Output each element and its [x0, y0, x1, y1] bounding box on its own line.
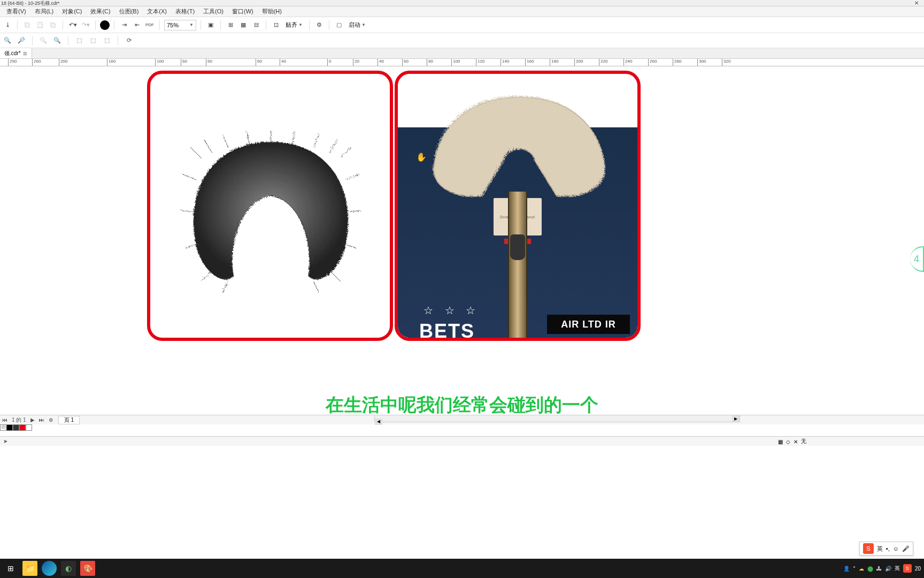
horizontal-ruler[interactable]: 290260 200160 10060 6060 400 2040 6080 1…	[0, 59, 924, 66]
file-explorer-icon[interactable]: 📁	[22, 561, 37, 576]
separator	[201, 20, 201, 30]
doc-palette-icon[interactable]: ▦	[778, 439, 783, 445]
menu-bitmap[interactable]: 位图(B)	[115, 7, 143, 16]
separator	[159, 20, 160, 30]
page-last-icon[interactable]: ⏭	[37, 417, 47, 423]
scroll-left-icon[interactable]: ◀	[375, 419, 382, 425]
color-none-icon[interactable]: ⊘	[0, 424, 6, 431]
zoom-width-icon[interactable]: ⬚	[88, 35, 98, 46]
ime-emoji-icon[interactable]: ☺	[893, 545, 899, 552]
menu-window[interactable]: 窗口(W)	[228, 7, 258, 16]
svg-line-7	[329, 139, 337, 152]
zipper	[508, 192, 527, 341]
menu-help[interactable]: 帮助(H)	[258, 7, 286, 16]
color-swatch[interactable]	[26, 424, 32, 431]
paste-icon[interactable]: 📋	[35, 20, 45, 31]
zoom-combo[interactable]: 75% ▼	[164, 20, 196, 31]
status-fill-info: ▦ ◇ ✕ 无	[778, 437, 806, 446]
record-icon[interactable]	[100, 20, 110, 30]
status-bar: ➤ ▦ ◇ ✕ 无	[0, 436, 924, 446]
color-swatch[interactable]	[6, 424, 13, 431]
fill-none-icon[interactable]: ◇	[786, 439, 790, 445]
menu-effects[interactable]: 效果(C)	[86, 7, 114, 16]
ime-mic-icon[interactable]: 🎤	[902, 545, 910, 552]
ime-toolbar[interactable]: S 英 •, ☺ 🎤	[859, 542, 913, 556]
grid-icon[interactable]: ▦	[238, 20, 249, 31]
page-first-icon[interactable]: ⏮	[0, 417, 10, 423]
snap-toggle-icon[interactable]: ⊡	[271, 20, 281, 31]
canvas[interactable]: Small River Manuf. ☆ ☆ ☆ BETS AIR LTD IR…	[0, 66, 924, 413]
zoom-height-icon[interactable]: ⬚	[102, 35, 112, 46]
zoom-out-icon[interactable]: 🔎	[16, 35, 27, 46]
sogou-icon[interactable]: S	[863, 543, 874, 554]
close-icon[interactable]: ✕	[794, 439, 798, 445]
guides-icon[interactable]: ⊟	[251, 20, 261, 31]
menu-view[interactable]: 查看(V)	[2, 7, 30, 16]
artwork-frame-left[interactable]	[147, 71, 393, 341]
app-icon[interactable]: ◐	[61, 561, 76, 576]
window-control-icon[interactable]: ✕	[914, 0, 919, 6]
page-tab[interactable]: 页 1	[58, 416, 80, 424]
zoom-selection-icon[interactable]: 🔍	[38, 35, 49, 46]
launch-dropdown[interactable]: 启动 ▼	[346, 20, 368, 31]
tray-chevron-up-icon[interactable]: ˄	[853, 566, 856, 572]
ime-punct-icon[interactable]: •,	[886, 545, 890, 552]
tray-shield-icon[interactable]: ⬤	[867, 566, 873, 572]
svg-line-17	[222, 280, 227, 292]
page-tab-label: 页 1	[64, 417, 74, 423]
tray-cloud-icon[interactable]: ☁	[859, 566, 864, 572]
separator	[266, 20, 266, 30]
document-tabs: 领.cdr* ⊠	[0, 48, 924, 59]
menu-table[interactable]: 表格(T)	[171, 7, 199, 16]
import-icon[interactable]: ⇥	[119, 20, 129, 31]
page-next-icon[interactable]: ▶	[28, 417, 37, 423]
export-icon[interactable]: ⤓	[2, 20, 13, 31]
artwork-frame-right[interactable]: Small River Manuf. ☆ ☆ ☆ BETS AIR LTD IR	[395, 71, 641, 341]
zoom-all-icon[interactable]: 🔍	[52, 35, 63, 46]
export2-icon[interactable]: ⇤	[132, 20, 142, 31]
scroll-right-icon[interactable]: ▶	[732, 415, 740, 422]
tray-ime-lang[interactable]: 英	[895, 565, 900, 572]
menu-tools[interactable]: 工具(O)	[199, 7, 228, 16]
snap-dropdown[interactable]: 贴齐 ▼	[283, 20, 305, 31]
redo-icon[interactable]: ↷▾	[80, 20, 91, 31]
menu-layout[interactable]: 布局(L)	[30, 7, 58, 16]
tray-people-icon[interactable]: 👤	[843, 566, 850, 572]
fur-collar-artwork	[174, 125, 366, 296]
close-tab-icon[interactable]: ⊠	[23, 51, 27, 56]
tray-volume-icon[interactable]: 🔊	[885, 566, 891, 572]
taskview-icon[interactable]: ⊞	[3, 561, 18, 576]
zoom-page-icon[interactable]: ⬚	[74, 35, 84, 46]
rulers-icon[interactable]: ⊞	[225, 20, 236, 31]
tray-time[interactable]: 20	[915, 566, 921, 572]
separator	[95, 20, 96, 30]
menu-text[interactable]: 文本(X)	[143, 7, 171, 16]
page-add-icon[interactable]: ⊕	[47, 417, 55, 423]
options-icon[interactable]: ⚙	[314, 20, 325, 31]
status-cursor-icon: ➤	[0, 438, 11, 444]
menu-object[interactable]: 对象(C)	[58, 7, 86, 16]
document-tab[interactable]: 领.cdr* ⊠	[0, 48, 32, 58]
air-ltd-patch: AIR LTD IR	[547, 315, 630, 334]
fullscreen-icon[interactable]: ▣	[205, 20, 216, 31]
window-titlebar: 18 (64-Bit) - 10-25毛领.cdr* ✕	[0, 0, 924, 6]
zoom-in-icon[interactable]: 🔍	[2, 35, 13, 46]
launch-box-icon[interactable]: ▢	[334, 20, 344, 31]
pdf-icon[interactable]: PDF	[144, 20, 155, 31]
undo-icon[interactable]: ↶▾	[67, 20, 78, 31]
refresh-icon[interactable]: ⟳	[124, 35, 134, 46]
color-swatch[interactable]	[13, 424, 19, 431]
svg-line-1	[203, 139, 211, 152]
tray-sogou-icon[interactable]: S	[903, 564, 912, 573]
horizontal-scrollbar[interactable]: ◀ ▶	[374, 415, 740, 422]
coreldraw-icon[interactable]: 🎨	[80, 561, 95, 576]
video-subtitle: 在生活中呢我们经常会碰到的一个	[326, 393, 598, 417]
side-badge-number: 4	[914, 254, 919, 265]
copy-icon[interactable]: ⿻	[22, 20, 33, 31]
color-swatch[interactable]	[19, 424, 26, 431]
ime-lang[interactable]: 英	[877, 545, 883, 553]
clone-icon[interactable]: ⿻	[48, 20, 58, 31]
tray-network-icon[interactable]: 🖧	[876, 566, 882, 572]
edge-browser-icon[interactable]	[42, 561, 57, 576]
snap-label: 贴齐	[286, 21, 297, 29]
